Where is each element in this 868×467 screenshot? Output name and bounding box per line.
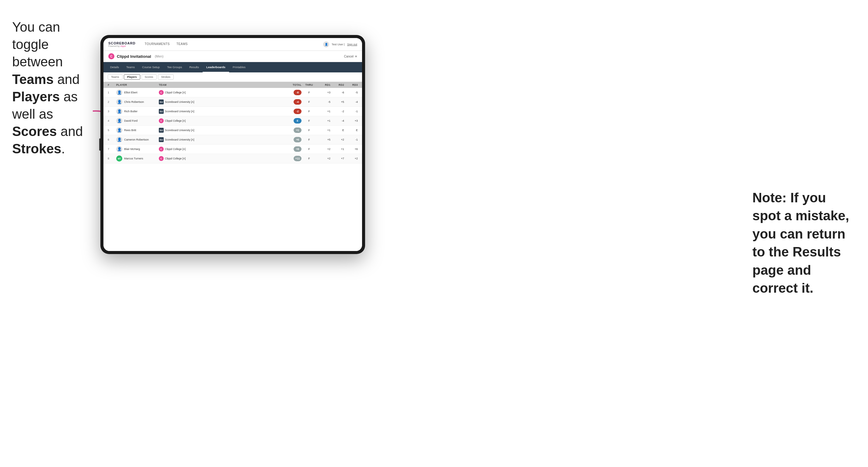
team-logo: SU <box>159 128 164 133</box>
rd2-cell: E <box>331 129 344 132</box>
score-badge: -4 <box>293 99 302 105</box>
player-avatar: MT <box>116 155 122 161</box>
player-name-cell: 👤 Rich Butler <box>116 108 159 115</box>
team-name: Scoreboard University [A] <box>165 100 194 103</box>
tablet-side-button <box>99 138 100 151</box>
left-annotation: You can toggle between Teams and Players… <box>12 18 97 158</box>
tab-results[interactable]: Results <box>186 62 203 72</box>
team-logo: C <box>159 90 164 95</box>
rd3-cell: +2 <box>344 157 358 160</box>
toggle-teams[interactable]: Teams <box>108 74 123 80</box>
player-avatar: 👤 <box>116 146 122 152</box>
rd2-cell: -4 <box>331 119 344 122</box>
team-cell: C Clippd College [A] <box>159 147 214 152</box>
table-row: 6 👤 Cameron Robertson SU Scoreboard Univ… <box>103 135 362 145</box>
rd3-cell: E <box>344 129 358 132</box>
rd2-cell: +1 <box>331 148 344 151</box>
tournament-title-row: C Clippd Invitational (Men) <box>108 53 163 59</box>
player-name: Cameron Robertson <box>124 138 149 141</box>
thru-cell: F <box>302 157 317 160</box>
score-badge: -8 <box>293 90 302 95</box>
table-row: 1 👤 Elliot Ebert C Clippd College [A] -8… <box>103 88 362 97</box>
player-name: Blair McHarg <box>124 148 140 151</box>
leaderboard-table: # PLAYER TEAM TOTAL THRU RD1 RD2 RD3 1 👤… <box>103 82 362 251</box>
player-rank: 8 <box>108 157 116 160</box>
rd2-cell: -2 <box>331 110 344 113</box>
rd3-cell: -1 <box>344 138 358 141</box>
player-name: Rich Butler <box>124 110 137 113</box>
rd1-cell: +5 <box>317 138 331 141</box>
player-name: David Ford <box>124 119 137 122</box>
total-cell: -2 <box>283 108 302 114</box>
score-badge: +6 <box>293 137 302 143</box>
team-name: Clippd College [A] <box>165 91 186 94</box>
table-row: 4 👤 David Ford C Clippd College [A] E F … <box>103 116 362 126</box>
team-logo: SU <box>159 109 164 114</box>
score-badge: E <box>293 118 302 124</box>
team-logo: C <box>159 156 164 161</box>
col-spacer <box>214 83 283 86</box>
sign-out-link[interactable]: Sign out <box>347 43 357 46</box>
tab-details[interactable]: Details <box>106 62 123 72</box>
player-rank: 5 <box>108 129 116 132</box>
tab-teams[interactable]: Teams <box>123 62 138 72</box>
rd1-cell: +1 <box>317 129 331 132</box>
thru-cell: F <box>302 148 317 151</box>
team-cell: C Clippd College [A] <box>159 118 214 123</box>
team-name: Scoreboard University [A] <box>165 138 194 141</box>
tab-bar: Details Teams Course Setup Tee Groups Re… <box>103 62 362 72</box>
app-logo: SCOREBOARD Powered by clippd <box>108 41 135 47</box>
team-name: Scoreboard University [A] <box>165 129 194 132</box>
team-cell: C Clippd College [A] <box>159 90 214 95</box>
total-cell: -4 <box>283 99 302 105</box>
tab-course-setup[interactable]: Course Setup <box>138 62 163 72</box>
player-name-cell: 👤 Chris Robertson <box>116 99 159 105</box>
thru-cell: F <box>302 91 317 94</box>
team-name: Clippd College [A] <box>165 119 186 122</box>
tab-printables[interactable]: Printables <box>229 62 249 72</box>
team-cell: SU Scoreboard University [A] <box>159 137 214 142</box>
total-cell: +6 <box>283 137 302 143</box>
score-badge: +8 <box>293 146 302 152</box>
tournament-name: Clippd Invitational <box>117 54 151 59</box>
thru-cell: F <box>302 110 317 113</box>
app-navbar: SCOREBOARD Powered by clippd TOURNAMENTS… <box>103 38 362 51</box>
toggle-strokes[interactable]: Strokes <box>158 74 174 80</box>
player-name-cell: 👤 Elliot Ebert <box>116 89 159 96</box>
cancel-button[interactable]: Cancel ✕ <box>344 55 357 58</box>
app-logo-main: SCOREBOARD <box>108 41 135 45</box>
toggle-players[interactable]: Players <box>124 74 140 80</box>
nav-link-tournaments[interactable]: TOURNAMENTS <box>142 38 173 51</box>
player-rank: 3 <box>108 110 116 113</box>
team-cell: SU Scoreboard University [A] <box>159 99 214 104</box>
toggle-scores[interactable]: Scores <box>142 74 157 80</box>
col-total: TOTAL <box>283 83 302 86</box>
team-logo: SU <box>159 99 164 104</box>
total-cell: +1 <box>283 127 302 133</box>
thru-cell: F <box>302 129 317 132</box>
player-name: Elliot Ebert <box>124 91 137 94</box>
team-cell: SU Scoreboard University [A] <box>159 109 214 114</box>
tab-leaderboards[interactable]: Leaderboards <box>203 62 229 72</box>
player-name-cell: MT Marcus Turners <box>116 155 159 161</box>
total-cell: +8 <box>283 146 302 152</box>
rd2-cell: +2 <box>331 138 344 141</box>
player-name-cell: 👤 David Ford <box>116 118 159 124</box>
tab-tee-groups[interactable]: Tee Groups <box>163 62 186 72</box>
player-name: Chris Robertson <box>124 100 144 103</box>
player-rank: 1 <box>108 91 116 94</box>
rd1-cell: +1 <box>317 110 331 113</box>
player-rank: 2 <box>108 100 116 103</box>
nav-link-teams[interactable]: TEAMS <box>174 38 191 51</box>
player-rank: 7 <box>108 148 116 151</box>
team-name: Clippd College [A] <box>165 157 186 160</box>
player-avatar: 👤 <box>116 89 122 96</box>
table-row: 5 👤 Rees Britt SU Scoreboard University … <box>103 126 362 135</box>
thru-cell: F <box>302 100 317 103</box>
rd1-cell: +1 <box>317 119 331 122</box>
user-text: Test User | <box>332 43 345 46</box>
rd3-cell: +3 <box>344 119 358 122</box>
player-rank: 4 <box>108 119 116 122</box>
rd1-cell: +2 <box>317 148 331 151</box>
rd1-cell: +3 <box>317 91 331 94</box>
